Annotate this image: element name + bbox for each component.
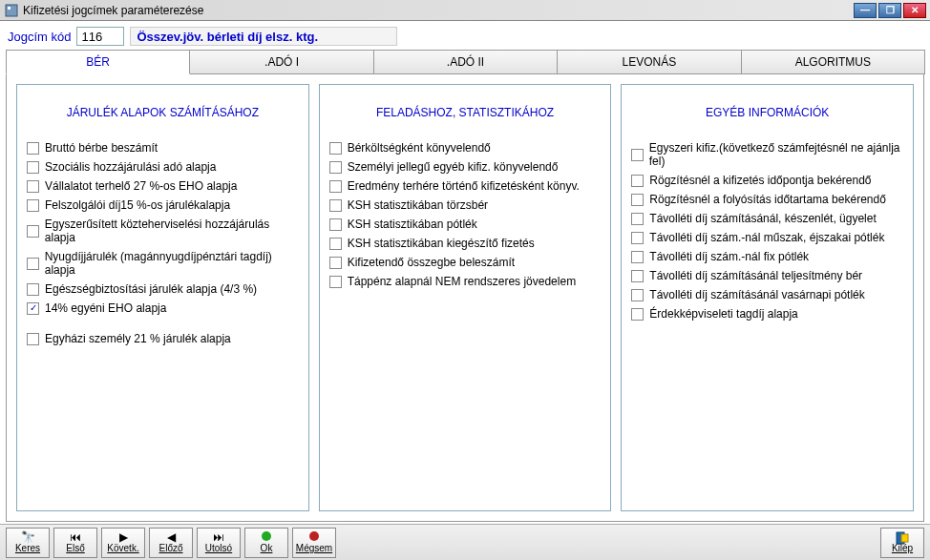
keres-button[interactable]: 🔭 Keres: [6, 528, 50, 558]
checkbox[interactable]: [27, 225, 39, 238]
check-row: Távolléti díj számításánál, készenlét, ü…: [631, 209, 903, 228]
button-label: Előző: [159, 543, 182, 553]
minimize-button[interactable]: —: [854, 3, 877, 18]
checkbox[interactable]: [329, 276, 342, 288]
panel-feladas: FELADÁSHOZ, STATISZTIKÁHOZ Bérköltségkén…: [319, 84, 612, 511]
panel-title: EGYÉB INFORMÁCIÓK: [631, 93, 903, 138]
tab-ado2[interactable]: .ADÓ II: [373, 50, 558, 74]
checkbox[interactable]: [631, 289, 644, 301]
checkbox[interactable]: [631, 270, 644, 282]
tab-algoritmus[interactable]: ALGORITMUS: [741, 50, 925, 74]
check-row: Rögzítésnél a folyósítás időtartama beké…: [631, 190, 903, 209]
check-row: Szociális hozzájárulási adó alapja: [27, 157, 299, 176]
checkbox-label: Egyszeri kifiz.(következő számfejtésnél …: [649, 141, 903, 168]
checkbox-label: Rögzítésnél a kifizetés időpontja bekére…: [649, 174, 871, 187]
checkbox-label: 14% egyéni EHO alapja: [45, 301, 166, 315]
checkbox-label: KSH statisztikában kiegészítő fizetés: [348, 237, 535, 250]
description-field: Összev.jöv. bérleti díj elsz. ktg.: [130, 27, 397, 46]
cancel-icon: [309, 531, 319, 543]
svg-rect-3: [901, 534, 908, 542]
check-row: Felszolgálói díj15 %-os járulékalapja: [27, 196, 299, 215]
checkbox-label: Távolléti díj szám.-nál műszak, éjszakai…: [649, 231, 884, 244]
checkbox[interactable]: [329, 238, 342, 250]
checkbox[interactable]: [329, 161, 342, 174]
checkbox-label: Távolléti díj számításánál, készenlét, ü…: [649, 212, 876, 225]
check-row: ✓14% egyéni EHO alapja: [27, 299, 299, 318]
elso-button[interactable]: ⏮ Első: [53, 528, 97, 558]
checkbox[interactable]: [631, 213, 644, 225]
checkbox-label: Rögzítésnél a folyósítás időtartama beké…: [649, 193, 885, 206]
checkbox[interactable]: [329, 199, 342, 212]
checkbox[interactable]: [631, 194, 644, 206]
check-row: Bérköltségként könyvelendő: [329, 138, 602, 157]
checkbox-label: Egyházi személy 21 % járulék alapja: [45, 332, 231, 345]
button-label: Ok: [261, 543, 273, 553]
toolbar: 🔭 Keres ⏮ Első ▶ Követk. ◀ Előző ⏭ Utols…: [0, 524, 930, 560]
button-label: Utolsó: [205, 543, 232, 553]
kovetk-button[interactable]: ▶ Követk.: [101, 528, 145, 558]
check-row: Egyszerűsített közteherviselési hozzájár…: [27, 215, 299, 247]
panel-egyeb: EGYÉB INFORMÁCIÓK Egyszeri kifiz.(követk…: [621, 84, 914, 511]
checkbox-label: Vállalatot terhelő 27 %-os EHO alapja: [45, 179, 237, 193]
checkbox[interactable]: [27, 180, 39, 193]
header-row: Jogcím kód Összev.jöv. bérleti díj elsz.…: [0, 21, 930, 50]
check-row: Táppénz alapnál NEM rendszeres jövedelem: [329, 272, 602, 291]
elozo-button[interactable]: ◀ Előző: [149, 528, 193, 558]
kilep-button[interactable]: Kilép: [880, 528, 924, 558]
panel-jarulek: JÁRULÉK ALAPOK SZÁMÍTÁSÁHOZ Bruttó bérbe…: [16, 84, 309, 511]
checkbox[interactable]: [329, 218, 342, 231]
check-row: Rögzítésnél a kifizetés időpontja bekére…: [631, 171, 903, 190]
check-row: Távolléti díj szám.-nál műszak, éjszakai…: [631, 228, 903, 247]
checkbox[interactable]: [27, 333, 39, 345]
next-icon: ▶: [119, 531, 128, 543]
ok-button[interactable]: Ok: [244, 528, 288, 558]
tab-levonas[interactable]: LEVONÁS: [557, 50, 741, 74]
panel-title: JÁRULÉK ALAPOK SZÁMÍTÁSÁHOZ: [27, 93, 299, 138]
close-button[interactable]: ✕: [903, 3, 926, 18]
megsem-button[interactable]: Mégsem: [292, 528, 336, 558]
check-row: Bruttó bérbe beszámít: [27, 138, 299, 157]
check-row: KSH statisztikában pótlék: [329, 215, 602, 234]
check-row: Nyugdíjjárulék (magánnyugdíjpénztári tag…: [27, 247, 299, 280]
button-label: Követk.: [107, 543, 138, 553]
checkbox-label: Bruttó bérbe beszámít: [45, 141, 158, 155]
tab-ado1[interactable]: .ADÓ I: [189, 50, 373, 74]
checkbox[interactable]: [27, 283, 39, 296]
checkbox-label: Egyszerűsített közteherviselési hozzájár…: [45, 218, 299, 244]
checkbox-label: KSH statisztikában törzsbér: [348, 198, 488, 212]
last-icon: ⏭: [213, 531, 224, 543]
tab-ber[interactable]: BÉR: [6, 50, 190, 74]
code-label: Jogcím kód: [8, 30, 71, 44]
checkbox[interactable]: [27, 142, 39, 155]
check-row: Távolléti díj számításánál vasárnapi pót…: [631, 285, 903, 304]
checkbox[interactable]: [27, 258, 39, 270]
tab-content: JÁRULÉK ALAPOK SZÁMÍTÁSÁHOZ Bruttó bérbe…: [6, 73, 924, 522]
checkbox-label: Egészségbiztosítási járulék alapja (4/3 …: [45, 282, 257, 296]
checkbox-label: Nyugdíjjárulék (magánnyugdíjpénztári tag…: [45, 250, 299, 277]
maximize-button[interactable]: ❐: [878, 3, 901, 18]
checkbox[interactable]: [631, 149, 643, 161]
checkbox-label: Szociális hozzájárulási adó alapja: [45, 160, 216, 174]
checkbox[interactable]: [329, 142, 342, 155]
checkbox[interactable]: [631, 175, 644, 187]
checkbox[interactable]: [27, 199, 39, 212]
checkbox[interactable]: [27, 161, 39, 174]
check-row: Érdekképviseleti tagdíj alapja: [631, 304, 903, 323]
binoculars-icon: 🔭: [21, 531, 35, 543]
checkbox[interactable]: [329, 180, 342, 193]
code-input[interactable]: [76, 27, 124, 46]
checkbox[interactable]: [631, 251, 644, 263]
svg-rect-0: [6, 5, 17, 16]
checkbox[interactable]: [631, 232, 644, 244]
checkbox[interactable]: ✓: [27, 302, 39, 315]
checkbox-label: Eredmény terhére történő kifizetésként k…: [348, 179, 580, 193]
checkbox[interactable]: [329, 257, 342, 269]
checkbox-label: Személyi jellegű egyéb kifiz. könyvelend…: [348, 160, 559, 174]
checkbox-label: Bérköltségként könyvelendő: [348, 141, 491, 155]
exit-icon: [896, 531, 909, 543]
utolso-button[interactable]: ⏭ Utolsó: [197, 528, 241, 558]
checkbox[interactable]: [631, 308, 644, 321]
checkbox-label: Táppénz alapnál NEM rendszeres jövedelem: [348, 275, 576, 288]
checkbox-label: Távolléti díj számításánál teljesítmény …: [649, 269, 862, 282]
check-row: KSH statisztikában törzsbér: [329, 196, 602, 215]
